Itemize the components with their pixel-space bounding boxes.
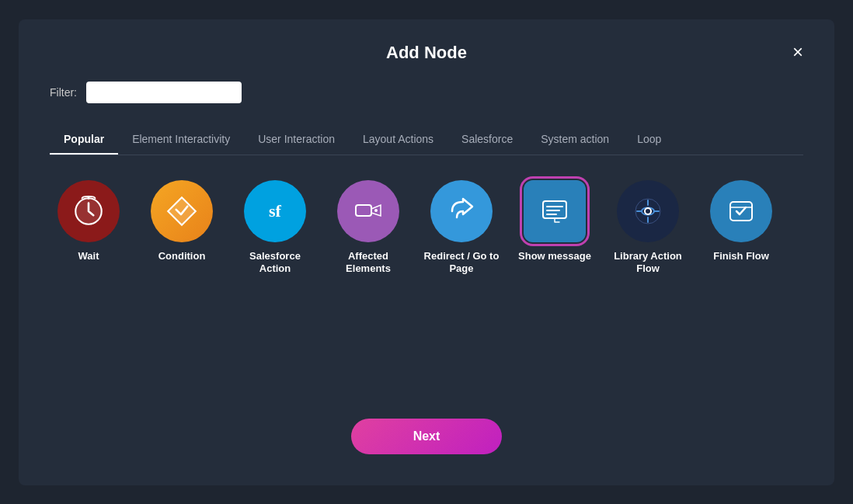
- show-message-icon: [538, 194, 572, 228]
- node-salesforce-label: Salesforce Action: [236, 250, 314, 276]
- tab-user-interaction[interactable]: User Interaction: [244, 125, 349, 155]
- tab-loop[interactable]: Loop: [623, 125, 675, 155]
- modal-header: Add Node ×: [50, 43, 803, 63]
- node-library-label: Library Action Flow: [609, 250, 687, 276]
- svg-marker-2: [168, 197, 196, 225]
- filter-row: Filter:: [50, 82, 803, 103]
- filter-label: Filter:: [50, 86, 77, 99]
- library-action-flow-icon: [631, 194, 665, 228]
- node-library-icon-wrapper: [617, 180, 679, 242]
- tab-layout-actions[interactable]: Layout Actions: [349, 125, 447, 155]
- node-show-message[interactable]: Show message: [516, 180, 594, 276]
- node-finish-icon-wrapper: [710, 180, 772, 242]
- svg-point-1: [87, 196, 89, 199]
- node-affected-elements[interactable]: Affected Elements: [329, 180, 407, 276]
- tab-system-action[interactable]: System action: [527, 125, 623, 155]
- node-redirect[interactable]: Redirect / Go to Page: [423, 180, 500, 276]
- node-affected-icon-wrapper: [337, 180, 399, 242]
- node-show-message-icon-wrapper: [524, 180, 586, 242]
- node-show-message-label: Show message: [518, 250, 591, 263]
- condition-icon: [164, 193, 200, 229]
- node-finish-label: Finish Flow: [713, 250, 769, 263]
- redirect-icon: [444, 194, 479, 228]
- footer: Next: [50, 388, 803, 454]
- node-redirect-label: Redirect / Go to Page: [423, 250, 500, 276]
- node-condition[interactable]: Condition: [143, 180, 221, 276]
- node-salesforce-icon-wrapper: sf: [244, 180, 306, 242]
- finish-flow-icon: [724, 194, 758, 228]
- filter-input[interactable]: [86, 82, 242, 103]
- node-finish-flow[interactable]: Finish Flow: [702, 180, 780, 276]
- nodes-grid: Wait Condition sf Salesforce Action Affe…: [50, 180, 803, 292]
- node-wait-icon-wrapper: [57, 180, 120, 242]
- salesforce-text-icon: sf: [269, 201, 281, 221]
- tab-salesforce[interactable]: Salesforce: [447, 125, 527, 155]
- tab-popular[interactable]: Popular: [50, 125, 118, 155]
- node-salesforce-action[interactable]: sf Salesforce Action: [236, 180, 314, 276]
- tabs-container: Popular Element Interactivity User Inter…: [50, 125, 803, 155]
- modal-title: Add Node: [386, 43, 467, 63]
- node-redirect-icon-wrapper: [430, 180, 493, 242]
- node-condition-label: Condition: [158, 250, 206, 263]
- svg-rect-3: [356, 205, 371, 216]
- node-wait[interactable]: Wait: [50, 180, 127, 276]
- node-condition-icon-wrapper: [151, 180, 213, 242]
- node-affected-label: Affected Elements: [329, 250, 407, 276]
- node-wait-label: Wait: [78, 250, 99, 263]
- tab-element-interactivity[interactable]: Element Interactivity: [118, 125, 244, 155]
- wait-icon: [71, 193, 106, 229]
- close-button[interactable]: ×: [792, 43, 803, 61]
- next-button[interactable]: Next: [351, 419, 503, 454]
- add-node-modal: Add Node × Filter: Popular Element Inter…: [19, 19, 834, 485]
- affected-elements-icon: [351, 194, 385, 228]
- node-library-action-flow[interactable]: Library Action Flow: [609, 180, 687, 276]
- svg-point-4: [374, 209, 378, 212]
